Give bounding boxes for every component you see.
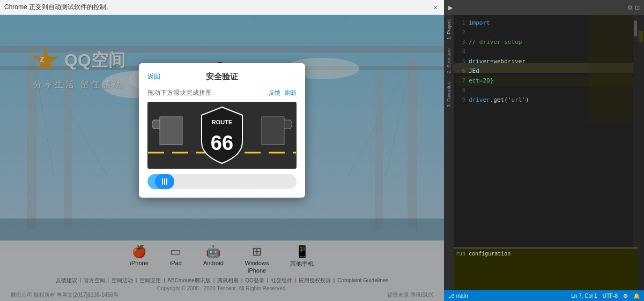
line-num-3: 3 xyxy=(456,37,469,47)
slider-fill xyxy=(147,174,174,189)
code-content-9c: 'url' xyxy=(508,95,525,105)
code-line-2: 2 xyxy=(456,28,635,37)
chrome-topbar: Chrome 正受到自动测试软件的控制。 × xyxy=(0,0,444,15)
minimap-column xyxy=(638,15,644,290)
scrollbar-thumb xyxy=(634,20,637,36)
line-num-1: 1 xyxy=(456,18,469,28)
sidebar-tab-project[interactable]: 1: Project xyxy=(446,19,451,40)
main-code-area: 1 import 2 3 // driver setup 4 5 dri xyxy=(454,15,638,290)
editor-top-bar: ▶ ⚙ ⊡ xyxy=(444,0,644,15)
code-line-3: 3 // driver setup xyxy=(456,37,635,47)
line-num-4: 4 xyxy=(456,47,469,57)
bottom-code-1: run xyxy=(456,251,465,257)
notifications-icon[interactable]: 🔔 xyxy=(633,293,640,299)
code-content-3: // driver setup xyxy=(469,37,522,47)
dialog-instruction-row: 拖动下方滑块完成拼图 反馈 刷新 xyxy=(147,88,297,97)
slider-handle-indicator xyxy=(162,178,167,185)
line-num-ject: 7 xyxy=(456,76,469,86)
editor-expand-icon[interactable]: ⊡ xyxy=(635,4,640,11)
line-num-9: 9 xyxy=(456,95,469,105)
code-content-ject: ect=20} xyxy=(469,76,493,86)
editor-settings-icon[interactable]: ⚙ xyxy=(627,4,633,11)
code-content-9b: .get( xyxy=(490,95,508,105)
editor-statusbar: ⎇ main Ln 7, Col 1 UTF-8 ⚙ 🔔 xyxy=(444,290,644,301)
code-content-9: driver xyxy=(469,95,490,105)
svg-rect-27 xyxy=(262,117,284,145)
warning-close-button[interactable]: × xyxy=(431,3,440,12)
minimap-thumb xyxy=(639,31,643,42)
slider-handle[interactable] xyxy=(155,174,174,189)
dialog-instruction-text: 拖动下方滑块完成拼图 xyxy=(147,88,212,97)
bottom-panel-content: run configuration xyxy=(456,251,635,257)
svg-text:66: 66 xyxy=(211,132,233,154)
git-status: ⎇ main xyxy=(448,293,468,299)
dialog-refresh-link[interactable]: 刷新 xyxy=(285,89,297,97)
settings-icon[interactable]: ⚙ xyxy=(623,293,628,299)
code-content-1: import xyxy=(469,18,490,28)
slider-area xyxy=(147,174,297,189)
code-line-4: 4 xyxy=(456,47,635,57)
automation-warning: Chrome 正受到自动测试软件的控制。 xyxy=(4,3,431,12)
code-highlight-line xyxy=(454,63,638,73)
line-num-8: 8 xyxy=(456,86,469,95)
dialog-links: 反馈 刷新 xyxy=(269,89,297,97)
slider-track[interactable] xyxy=(147,174,297,189)
code-line-8: 8 xyxy=(456,86,635,95)
qq-space-background: z QQ空间 分享生活 留住感动 返回 安全验证 拖动下方滑块完成拼图 反馈 刷… xyxy=(0,15,444,301)
puzzle-image-area: ROUTE 66 xyxy=(147,102,297,169)
security-dialog: 返回 安全验证 拖动下方滑块完成拼图 反馈 刷新 xyxy=(139,63,305,198)
line-col-info: Ln 7, Col 1 xyxy=(571,293,597,299)
svg-text:ROUTE: ROUTE xyxy=(212,119,233,125)
editor-scrollbar[interactable] xyxy=(633,15,638,247)
line-num-2: 2 xyxy=(456,28,469,37)
dialog-back-button[interactable]: 返回 xyxy=(147,72,160,81)
editor-body: 1: Project 2: Structure 3: Favorites 1 i… xyxy=(444,15,644,290)
editor-top-text: ▶ xyxy=(448,4,453,11)
dialog-title: 安全验证 xyxy=(147,72,297,82)
dialog-feedback-link[interactable]: 反馈 xyxy=(269,89,280,97)
code-line-highlighted: 7 ect=20} xyxy=(456,76,635,86)
code-line-1: 1 import xyxy=(456,18,635,28)
editor-bottom-area: run configuration xyxy=(454,247,638,290)
code-content-9d: ) xyxy=(525,95,529,105)
dialog-header: 返回 安全验证 xyxy=(147,72,297,82)
code-editor-panel: ▶ ⚙ ⊡ 1: Project 2: Structure 3: Favorit… xyxy=(444,0,644,301)
encoding-info: UTF-8 xyxy=(603,293,618,299)
code-line-9: 9 driver.get('url') xyxy=(456,95,635,105)
route66-image: ROUTE 66 xyxy=(147,102,297,169)
browser-panel: Chrome 正受到自动测试软件的控制。 × xyxy=(0,0,444,301)
editor-sidebar-tabs: 1: Project 2: Structure 3: Favorites xyxy=(444,15,454,290)
svg-rect-26 xyxy=(160,117,182,145)
sidebar-tab-favorites[interactable]: 3: Favorites xyxy=(446,82,451,107)
code-content[interactable]: 1 import 2 3 // driver setup 4 5 dri xyxy=(454,15,638,247)
bottom-code-2: configuration xyxy=(465,251,510,257)
sidebar-tab-structure[interactable]: 2: Structure xyxy=(446,48,451,73)
